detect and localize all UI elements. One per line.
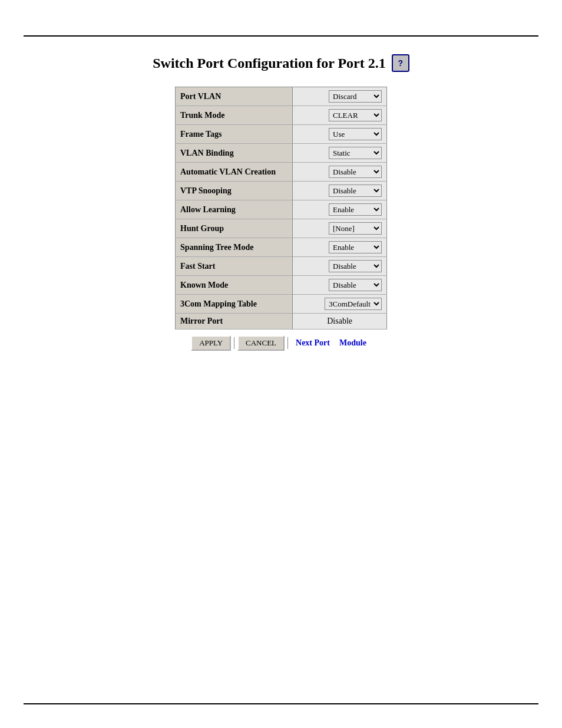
table-row: Frame TagsUseAddRemove	[176, 125, 387, 144]
row-control-3[interactable]: StaticDynamic	[293, 144, 387, 163]
row-label-4: Automatic VLAN Creation	[176, 163, 293, 182]
select-automatic-vlan-creation[interactable]: DisableEnable	[329, 166, 382, 178]
row-control-12: Disable	[293, 314, 387, 330]
table-row: Fast StartDisableEnable	[176, 257, 387, 276]
table-row: Allow LearningEnableDisable	[176, 200, 387, 219]
cancel-button[interactable]: CANCEL	[237, 335, 285, 351]
select-hunt-group[interactable]: [None]123	[329, 222, 382, 235]
row-control-8[interactable]: EnableDisable	[293, 238, 387, 257]
table-row: Mirror PortDisable	[176, 314, 387, 330]
row-label-0: Port VLAN	[176, 87, 293, 106]
help-icon[interactable]: ?	[392, 54, 409, 72]
table-row: 3Com Mapping Table3ComDefaultCustom	[176, 295, 387, 314]
select-port-vlan[interactable]: Discard123	[329, 90, 382, 103]
select-fast-start[interactable]: DisableEnable	[329, 260, 382, 272]
select-3com-mapping-table[interactable]: 3ComDefaultCustom	[325, 298, 382, 310]
table-row: Trunk ModeCLEAREnableDisable	[176, 106, 387, 125]
row-label-11: 3Com Mapping Table	[176, 295, 293, 314]
select-trunk-mode[interactable]: CLEAREnableDisable	[329, 109, 382, 121]
table-row: Spanning Tree ModeEnableDisable	[176, 238, 387, 257]
buttons-row: APPLY CANCEL Next Port Module	[191, 335, 371, 351]
page-title: Switch Port Configuration for Port 2.1	[153, 55, 386, 71]
table-row: VLAN BindingStaticDynamic	[176, 144, 387, 163]
separator-1	[234, 337, 234, 349]
table-row: VTP SnoopingDisableEnable	[176, 182, 387, 200]
select-vtp-snooping[interactable]: DisableEnable	[329, 185, 382, 197]
table-row: Known ModeDisableEnable	[176, 276, 387, 295]
row-label-1: Trunk Mode	[176, 106, 293, 125]
apply-button[interactable]: APPLY	[191, 335, 231, 351]
row-label-9: Fast Start	[176, 257, 293, 276]
bottom-border	[24, 703, 538, 704]
row-control-11[interactable]: 3ComDefaultCustom	[293, 295, 387, 314]
module-link[interactable]: Module	[339, 338, 366, 348]
select-vlan-binding[interactable]: StaticDynamic	[329, 147, 382, 159]
row-label-10: Known Mode	[176, 276, 293, 295]
row-label-7: Hunt Group	[176, 219, 293, 238]
select-allow-learning[interactable]: EnableDisable	[329, 203, 382, 216]
select-spanning-tree-mode[interactable]: EnableDisable	[329, 241, 382, 253]
config-table: Port VLANDiscard123Trunk ModeCLEAREnable…	[175, 87, 387, 330]
row-label-5: VTP Snooping	[176, 182, 293, 200]
row-control-6[interactable]: EnableDisable	[293, 200, 387, 219]
row-control-2[interactable]: UseAddRemove	[293, 125, 387, 144]
row-label-3: VLAN Binding	[176, 144, 293, 163]
row-control-0[interactable]: Discard123	[293, 87, 387, 106]
table-row: Port VLANDiscard123	[176, 87, 387, 106]
row-label-12: Mirror Port	[176, 314, 293, 330]
select-known-mode[interactable]: DisableEnable	[329, 279, 382, 291]
separator-2	[287, 337, 288, 349]
row-control-4[interactable]: DisableEnable	[293, 163, 387, 182]
row-label-6: Allow Learning	[176, 200, 293, 219]
select-frame-tags[interactable]: UseAddRemove	[329, 128, 382, 140]
row-control-9[interactable]: DisableEnable	[293, 257, 387, 276]
row-control-10[interactable]: DisableEnable	[293, 276, 387, 295]
table-row: Hunt Group[None]123	[176, 219, 387, 238]
table-row: Automatic VLAN CreationDisableEnable	[176, 163, 387, 182]
row-label-8: Spanning Tree Mode	[176, 238, 293, 257]
row-control-5[interactable]: DisableEnable	[293, 182, 387, 200]
row-label-2: Frame Tags	[176, 125, 293, 144]
row-control-7[interactable]: [None]123	[293, 219, 387, 238]
next-port-link[interactable]: Next Port	[296, 338, 330, 348]
row-control-1[interactable]: CLEAREnableDisable	[293, 106, 387, 125]
page-content: Switch Port Configuration for Port 2.1 ?…	[0, 37, 562, 351]
page-title-area: Switch Port Configuration for Port 2.1 ?	[153, 54, 409, 72]
